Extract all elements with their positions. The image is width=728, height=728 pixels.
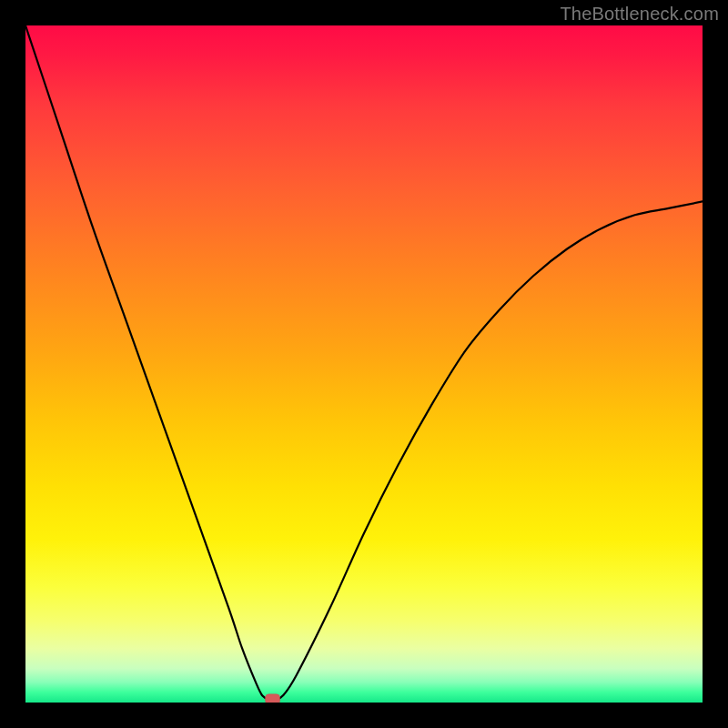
curve-layer (25, 25, 703, 703)
watermark-text: TheBottleneck.com (560, 4, 719, 25)
chart-frame: TheBottleneck.com (0, 0, 728, 728)
optimum-marker (266, 694, 280, 703)
bottleneck-curve (25, 25, 703, 700)
plot-area (25, 25, 703, 703)
